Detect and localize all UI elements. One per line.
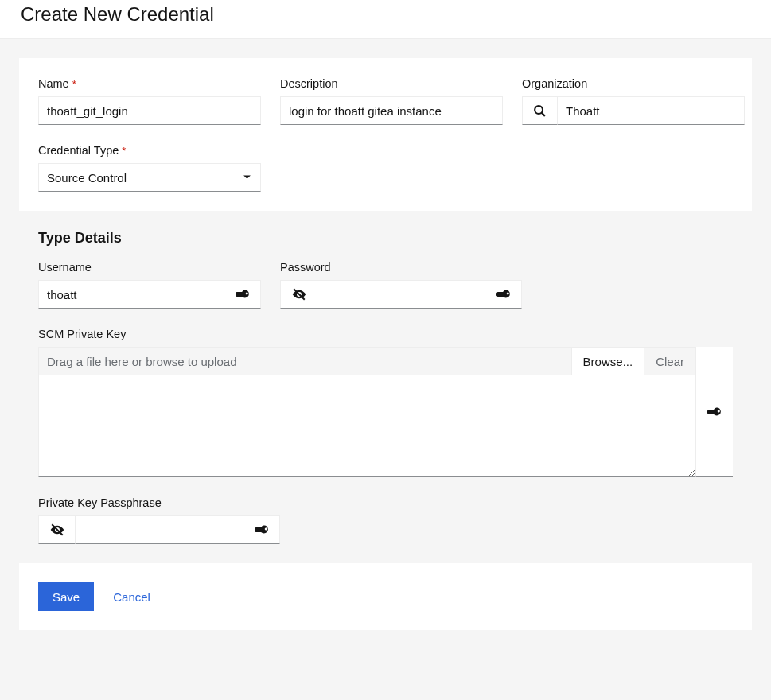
organization-label: Organization — [522, 77, 745, 90]
key-icon — [496, 287, 511, 301]
organization-input[interactable] — [557, 96, 745, 125]
username-key-button[interactable] — [224, 280, 261, 309]
password-key-button[interactable] — [485, 280, 522, 309]
cancel-button[interactable]: Cancel — [113, 582, 150, 611]
password-input[interactable] — [317, 280, 485, 309]
key-icon — [255, 523, 269, 537]
passphrase-label: Private Key Passphrase — [38, 496, 280, 509]
scm-key-browse-button[interactable]: Browse... — [572, 347, 645, 375]
eye-slash-icon — [292, 287, 306, 301]
description-input[interactable] — [280, 96, 503, 125]
passphrase-key-button[interactable] — [243, 515, 280, 544]
key-icon — [236, 287, 250, 301]
search-icon — [533, 104, 547, 118]
scm-private-key-label: SCM Private Key — [38, 328, 733, 340]
description-label: Description — [280, 77, 503, 90]
password-visibility-toggle[interactable] — [280, 280, 317, 309]
username-input[interactable] — [38, 280, 224, 309]
svg-point-0 — [535, 106, 543, 114]
key-icon — [707, 405, 722, 419]
credential-form-panel: Name* Description Organization — [19, 58, 752, 630]
scm-key-dropzone[interactable]: Drag a file here or browse to upload — [38, 347, 572, 375]
scm-key-textarea[interactable] — [38, 375, 696, 477]
credential-type-select[interactable] — [38, 163, 261, 192]
scm-key-key-button[interactable] — [696, 347, 733, 477]
username-label: Username — [38, 261, 261, 274]
passphrase-input[interactable] — [75, 515, 243, 544]
name-input[interactable] — [38, 96, 261, 125]
save-button[interactable]: Save — [38, 582, 94, 611]
credential-type-label: Credential Type* — [38, 144, 261, 157]
scm-key-clear-button[interactable]: Clear — [644, 347, 696, 375]
page-title: Create New Credential — [0, 0, 771, 39]
name-label: Name* — [38, 77, 261, 90]
password-label: Password — [280, 261, 522, 274]
organization-lookup-button[interactable] — [522, 96, 557, 125]
svg-line-1 — [542, 112, 545, 115]
required-star: * — [72, 78, 76, 90]
required-star: * — [122, 145, 126, 157]
eye-slash-icon — [50, 523, 64, 537]
passphrase-visibility-toggle[interactable] — [38, 515, 75, 544]
type-details-heading: Type Details — [38, 230, 733, 247]
